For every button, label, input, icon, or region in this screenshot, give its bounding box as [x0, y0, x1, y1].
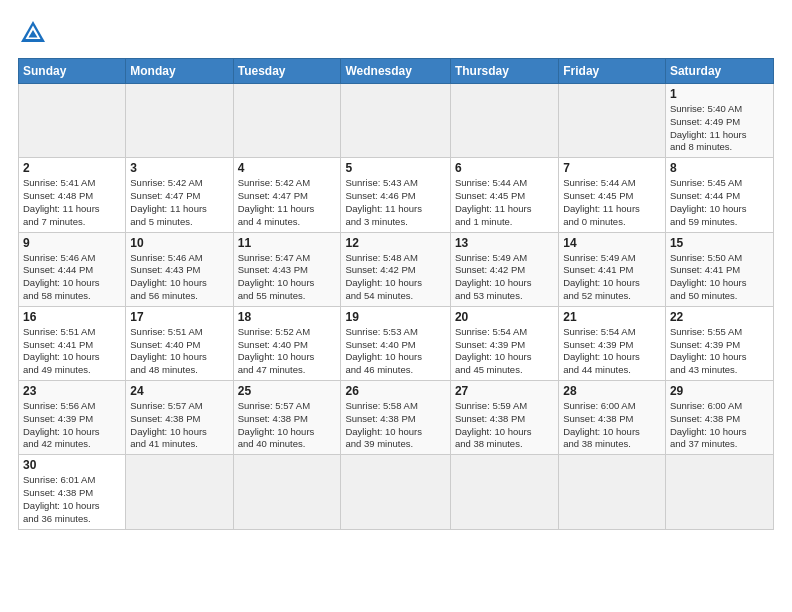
calendar-cell: 5Sunrise: 5:43 AM Sunset: 4:46 PM Daylig…: [341, 158, 450, 232]
calendar-cell: [126, 84, 233, 158]
weekday-header-thursday: Thursday: [450, 59, 558, 84]
calendar-week-row: 23Sunrise: 5:56 AM Sunset: 4:39 PM Dayli…: [19, 381, 774, 455]
calendar-cell: 20Sunrise: 5:54 AM Sunset: 4:39 PM Dayli…: [450, 306, 558, 380]
calendar-week-row: 1Sunrise: 5:40 AM Sunset: 4:49 PM Daylig…: [19, 84, 774, 158]
calendar-cell: [559, 455, 666, 529]
calendar-cell: 2Sunrise: 5:41 AM Sunset: 4:48 PM Daylig…: [19, 158, 126, 232]
day-info: Sunrise: 5:50 AM Sunset: 4:41 PM Dayligh…: [670, 252, 769, 303]
weekday-header-wednesday: Wednesday: [341, 59, 450, 84]
day-info: Sunrise: 5:59 AM Sunset: 4:38 PM Dayligh…: [455, 400, 554, 451]
day-number: 18: [238, 310, 337, 324]
calendar-cell: 26Sunrise: 5:58 AM Sunset: 4:38 PM Dayli…: [341, 381, 450, 455]
calendar-cell: 11Sunrise: 5:47 AM Sunset: 4:43 PM Dayli…: [233, 232, 341, 306]
day-number: 20: [455, 310, 554, 324]
calendar-cell: 14Sunrise: 5:49 AM Sunset: 4:41 PM Dayli…: [559, 232, 666, 306]
day-number: 24: [130, 384, 228, 398]
calendar-cell: [233, 84, 341, 158]
calendar-cell: 21Sunrise: 5:54 AM Sunset: 4:39 PM Dayli…: [559, 306, 666, 380]
day-number: 13: [455, 236, 554, 250]
calendar-cell: [126, 455, 233, 529]
day-info: Sunrise: 5:46 AM Sunset: 4:44 PM Dayligh…: [23, 252, 121, 303]
calendar-cell: 3Sunrise: 5:42 AM Sunset: 4:47 PM Daylig…: [126, 158, 233, 232]
calendar-cell: [233, 455, 341, 529]
calendar-cell: 17Sunrise: 5:51 AM Sunset: 4:40 PM Dayli…: [126, 306, 233, 380]
day-number: 14: [563, 236, 661, 250]
day-number: 9: [23, 236, 121, 250]
weekday-header-row: SundayMondayTuesdayWednesdayThursdayFrid…: [19, 59, 774, 84]
day-number: 26: [345, 384, 445, 398]
day-info: Sunrise: 5:49 AM Sunset: 4:42 PM Dayligh…: [455, 252, 554, 303]
logo: [18, 18, 52, 48]
day-info: Sunrise: 5:51 AM Sunset: 4:40 PM Dayligh…: [130, 326, 228, 377]
day-info: Sunrise: 5:42 AM Sunset: 4:47 PM Dayligh…: [130, 177, 228, 228]
calendar-cell: 15Sunrise: 5:50 AM Sunset: 4:41 PM Dayli…: [665, 232, 773, 306]
day-info: Sunrise: 5:52 AM Sunset: 4:40 PM Dayligh…: [238, 326, 337, 377]
calendar-cell: [341, 84, 450, 158]
calendar-cell: [450, 455, 558, 529]
day-info: Sunrise: 5:42 AM Sunset: 4:47 PM Dayligh…: [238, 177, 337, 228]
day-number: 4: [238, 161, 337, 175]
calendar-cell: 30Sunrise: 6:01 AM Sunset: 4:38 PM Dayli…: [19, 455, 126, 529]
day-number: 11: [238, 236, 337, 250]
day-number: 5: [345, 161, 445, 175]
calendar-cell: 28Sunrise: 6:00 AM Sunset: 4:38 PM Dayli…: [559, 381, 666, 455]
day-number: 27: [455, 384, 554, 398]
calendar-cell: [450, 84, 558, 158]
day-info: Sunrise: 5:40 AM Sunset: 4:49 PM Dayligh…: [670, 103, 769, 154]
calendar-cell: 13Sunrise: 5:49 AM Sunset: 4:42 PM Dayli…: [450, 232, 558, 306]
day-number: 1: [670, 87, 769, 101]
day-info: Sunrise: 5:57 AM Sunset: 4:38 PM Dayligh…: [238, 400, 337, 451]
day-info: Sunrise: 5:54 AM Sunset: 4:39 PM Dayligh…: [563, 326, 661, 377]
day-number: 10: [130, 236, 228, 250]
day-info: Sunrise: 5:44 AM Sunset: 4:45 PM Dayligh…: [563, 177, 661, 228]
day-info: Sunrise: 5:51 AM Sunset: 4:41 PM Dayligh…: [23, 326, 121, 377]
calendar-cell: 1Sunrise: 5:40 AM Sunset: 4:49 PM Daylig…: [665, 84, 773, 158]
day-number: 23: [23, 384, 121, 398]
weekday-header-monday: Monday: [126, 59, 233, 84]
day-number: 8: [670, 161, 769, 175]
day-info: Sunrise: 5:58 AM Sunset: 4:38 PM Dayligh…: [345, 400, 445, 451]
calendar-cell: 12Sunrise: 5:48 AM Sunset: 4:42 PM Dayli…: [341, 232, 450, 306]
calendar-cell: 16Sunrise: 5:51 AM Sunset: 4:41 PM Dayli…: [19, 306, 126, 380]
calendar-page: SundayMondayTuesdayWednesdayThursdayFrid…: [0, 0, 792, 612]
day-info: Sunrise: 5:54 AM Sunset: 4:39 PM Dayligh…: [455, 326, 554, 377]
calendar-cell: 9Sunrise: 5:46 AM Sunset: 4:44 PM Daylig…: [19, 232, 126, 306]
calendar-cell: [559, 84, 666, 158]
day-info: Sunrise: 5:46 AM Sunset: 4:43 PM Dayligh…: [130, 252, 228, 303]
day-info: Sunrise: 5:47 AM Sunset: 4:43 PM Dayligh…: [238, 252, 337, 303]
day-number: 29: [670, 384, 769, 398]
weekday-header-sunday: Sunday: [19, 59, 126, 84]
day-number: 3: [130, 161, 228, 175]
calendar-cell: 7Sunrise: 5:44 AM Sunset: 4:45 PM Daylig…: [559, 158, 666, 232]
calendar-cell: 18Sunrise: 5:52 AM Sunset: 4:40 PM Dayli…: [233, 306, 341, 380]
day-info: Sunrise: 5:44 AM Sunset: 4:45 PM Dayligh…: [455, 177, 554, 228]
calendar-cell: 29Sunrise: 6:00 AM Sunset: 4:38 PM Dayli…: [665, 381, 773, 455]
calendar-cell: 8Sunrise: 5:45 AM Sunset: 4:44 PM Daylig…: [665, 158, 773, 232]
day-number: 15: [670, 236, 769, 250]
calendar-week-row: 9Sunrise: 5:46 AM Sunset: 4:44 PM Daylig…: [19, 232, 774, 306]
day-number: 30: [23, 458, 121, 472]
page-header: [18, 18, 774, 48]
calendar-week-row: 30Sunrise: 6:01 AM Sunset: 4:38 PM Dayli…: [19, 455, 774, 529]
calendar-cell: 10Sunrise: 5:46 AM Sunset: 4:43 PM Dayli…: [126, 232, 233, 306]
day-number: 16: [23, 310, 121, 324]
calendar-cell: 6Sunrise: 5:44 AM Sunset: 4:45 PM Daylig…: [450, 158, 558, 232]
day-number: 6: [455, 161, 554, 175]
day-number: 21: [563, 310, 661, 324]
day-info: Sunrise: 5:56 AM Sunset: 4:39 PM Dayligh…: [23, 400, 121, 451]
calendar-cell: [341, 455, 450, 529]
calendar-cell: 19Sunrise: 5:53 AM Sunset: 4:40 PM Dayli…: [341, 306, 450, 380]
day-number: 12: [345, 236, 445, 250]
calendar-cell: [665, 455, 773, 529]
day-info: Sunrise: 6:01 AM Sunset: 4:38 PM Dayligh…: [23, 474, 121, 525]
calendar-cell: 27Sunrise: 5:59 AM Sunset: 4:38 PM Dayli…: [450, 381, 558, 455]
calendar-cell: [19, 84, 126, 158]
day-info: Sunrise: 5:48 AM Sunset: 4:42 PM Dayligh…: [345, 252, 445, 303]
calendar-cell: 22Sunrise: 5:55 AM Sunset: 4:39 PM Dayli…: [665, 306, 773, 380]
day-number: 2: [23, 161, 121, 175]
calendar-week-row: 16Sunrise: 5:51 AM Sunset: 4:41 PM Dayli…: [19, 306, 774, 380]
calendar-week-row: 2Sunrise: 5:41 AM Sunset: 4:48 PM Daylig…: [19, 158, 774, 232]
logo-icon: [18, 18, 48, 48]
calendar-cell: 4Sunrise: 5:42 AM Sunset: 4:47 PM Daylig…: [233, 158, 341, 232]
day-info: Sunrise: 5:49 AM Sunset: 4:41 PM Dayligh…: [563, 252, 661, 303]
